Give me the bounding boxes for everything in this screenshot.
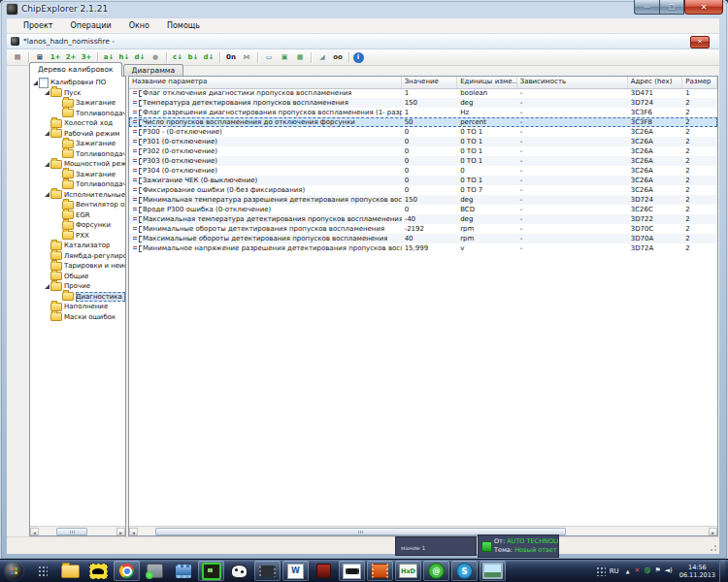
- scrollbar-thumb[interactable]: [56, 528, 87, 535]
- taskbar-start-button[interactable]: [1, 561, 27, 581]
- tray-volume-icon[interactable]: ◄): [665, 561, 673, 581]
- tree-item[interactable]: Лямбда-регулирование: [30, 251, 125, 262]
- scroll-right-arrow[interactable]: ▸: [709, 528, 717, 535]
- table-row[interactable]: P301 (0-отключение)00 TO 1-3C26A2: [129, 137, 717, 146]
- column-header[interactable]: Название параметра: [129, 77, 402, 88]
- taskbar-chip-tool-green-button[interactable]: [142, 561, 168, 581]
- maximize-button[interactable]: ▢: [659, 0, 684, 15]
- expand-arrow-icon[interactable]: [45, 284, 50, 289]
- tree-item[interactable]: Холостой ход: [30, 118, 125, 129]
- tree-item[interactable]: Катализатор: [30, 241, 125, 251]
- table-row[interactable]: Минимальная температура разрешения детек…: [129, 195, 717, 205]
- table-row[interactable]: P302 (0-отключение)00 TO 1-3C26A2: [129, 146, 717, 156]
- menu-operations[interactable]: Операции: [61, 19, 119, 32]
- menu-project[interactable]: Проект: [15, 19, 61, 32]
- close-button[interactable]: ✕: [684, 0, 723, 15]
- taskbar-chip-tool-framed-button[interactable]: [198, 561, 224, 581]
- taskbar-icq-button[interactable]: @: [423, 561, 449, 581]
- minimize-button[interactable]: —: [634, 0, 659, 15]
- column-header[interactable]: Зависимость: [517, 77, 628, 88]
- forum-notification-popup[interactable]: От: AUTO TECHNOLOG Тема: Новый ответ в Т: [478, 534, 559, 558]
- chart-icon[interactable]: ◢: [315, 51, 330, 64]
- tree-item[interactable]: Исполнительные механизмы: [30, 190, 125, 201]
- save-icon[interactable]: ▤: [11, 51, 25, 64]
- taskbar-chip-tool-orange-button[interactable]: [367, 561, 393, 581]
- tree-item[interactable]: Мощностной режим: [30, 159, 125, 170]
- export-c8-icon[interactable]: c↓: [171, 51, 185, 64]
- table-row[interactable]: Зажигание ЧЕК (0-выключение)00 TO 1-3C26…: [129, 176, 717, 185]
- taskbar-red-tool-button[interactable]: [311, 561, 337, 581]
- taskbar-pinned-grip[interactable]: [29, 561, 55, 581]
- expand-arrow-icon[interactable]: [45, 90, 50, 95]
- taskbar-chip-tool-blue-button[interactable]: [170, 561, 196, 581]
- document-close-button[interactable]: ✕: [690, 36, 710, 48]
- column-header[interactable]: Единицы изме...: [457, 77, 517, 88]
- language-indicator[interactable]: RU: [610, 567, 619, 575]
- tree-horizontal-scrollbar[interactable]: ◂ ▸: [30, 526, 125, 535]
- tree-item[interactable]: Зажигание: [30, 170, 125, 180]
- tree-item[interactable]: Зажигание: [30, 139, 125, 149]
- taskbar-gamepad-tool-button[interactable]: [226, 561, 252, 581]
- menu-window[interactable]: Окно: [120, 19, 158, 32]
- compare-icon[interactable]: ⋈: [240, 51, 254, 64]
- document-title-bar[interactable]: *lanos_hadn_nomissfire - ✕: [7, 34, 719, 49]
- hand-icon[interactable]: ●: [149, 51, 163, 64]
- table-row[interactable]: Минимальные обороты детектирования пропу…: [129, 224, 717, 234]
- tree-item[interactable]: Зажигание: [30, 98, 125, 109]
- tree-item[interactable]: Вентилятор охлаждения: [30, 200, 125, 210]
- export-bin-icon[interactable]: b↓: [186, 51, 201, 64]
- tree-item[interactable]: Форсунки: [30, 220, 125, 231]
- taskbar-ic-editor-button[interactable]: [339, 561, 365, 581]
- notification-fragment[interactable]: мание 1: [395, 536, 477, 556]
- window-cascade-icon[interactable]: ▣: [278, 51, 292, 64]
- tree-item[interactable]: Наполнение: [30, 302, 125, 312]
- taskbar-word-button[interactable]: W: [282, 561, 309, 581]
- table-row[interactable]: Флаг отключения диагностики пропусков во…: [129, 88, 717, 98]
- tab-calibration-tree[interactable]: Дерево калибровок: [29, 62, 122, 77]
- text-mode-icon[interactable]: 0n: [224, 51, 239, 64]
- tray-grip[interactable]: [596, 566, 606, 576]
- tree-item[interactable]: Диагностика пропусков: [30, 292, 125, 303]
- table-row[interactable]: P303 (0-отключение)00 TO 1-3C26A2: [129, 156, 717, 166]
- column-header[interactable]: Адрес (hex): [628, 77, 683, 88]
- expand-arrow-icon[interactable]: [45, 192, 50, 197]
- table-row[interactable]: Минимальное напряжение разрешения детект…: [129, 243, 717, 253]
- table-row[interactable]: P300 - (0-отключение)00 TO 1-3C26A2: [129, 127, 717, 137]
- tree-item[interactable]: Маски ошибок: [30, 312, 125, 323]
- taskbar-clock[interactable]: 14:56 06.11.2013: [679, 564, 715, 579]
- scroll-right-arrow[interactable]: ▸: [116, 528, 125, 535]
- table-row[interactable]: Температура детектирования пропусков вос…: [129, 98, 717, 108]
- tree-item[interactable]: Топливоподача: [30, 149, 125, 160]
- table-row[interactable]: Максимальные обороты детектирования проп…: [129, 234, 717, 243]
- table-row[interactable]: Флаг разрешения диагностирования пропуск…: [129, 108, 717, 117]
- tree-item[interactable]: Тарировки и неисправности: [30, 261, 125, 272]
- expand-arrow-icon[interactable]: [45, 162, 50, 167]
- tree-item[interactable]: Рабочий режим: [30, 129, 125, 140]
- table-row[interactable]: Фиксирование ошибки (0-без фиксирования)…: [129, 185, 717, 195]
- import-dec-icon[interactable]: d↓: [133, 51, 148, 64]
- expand-arrow-icon[interactable]: [45, 131, 50, 136]
- table-row[interactable]: Максимальная температура детектирования …: [129, 214, 717, 224]
- table-row[interactable]: Число пропусков воспламенения до отключе…: [129, 117, 717, 127]
- window-new-icon[interactable]: ▭: [262, 51, 277, 64]
- window-tile-icon[interactable]: ▦: [293, 51, 308, 64]
- tree-item[interactable]: Прочие: [30, 281, 125, 292]
- tree-item[interactable]: Топливоподача: [30, 109, 125, 119]
- expand-arrow-icon[interactable]: [33, 81, 38, 85]
- binoculars-icon[interactable]: oo: [331, 51, 346, 64]
- tray-error-icon[interactable]: ✕: [635, 561, 641, 581]
- table-horizontal-scrollbar[interactable]: ◂ ▸: [129, 526, 717, 535]
- tray-flag-icon[interactable]: ⚑: [654, 561, 660, 581]
- tree-item[interactable]: РХХ: [30, 231, 125, 242]
- tree-item[interactable]: EGR: [30, 210, 125, 221]
- tree-item[interactable]: Топливоподача: [30, 179, 125, 190]
- taskbar-hxd-editor-button[interactable]: HxD: [395, 561, 421, 581]
- taskbar-skype-button[interactable]: S: [451, 561, 478, 581]
- show-desktop-button[interactable]: [719, 560, 725, 582]
- taskbar-batman-app-button[interactable]: [85, 561, 112, 581]
- export-dec-icon[interactable]: d↓: [202, 51, 216, 64]
- column-header[interactable]: Размер: [682, 77, 717, 88]
- tree-item[interactable]: Пуск: [30, 88, 125, 99]
- table-row[interactable]: P304 (0-отключение)00-3C26A2: [129, 166, 717, 176]
- taskbar-chrome-button[interactable]: [114, 561, 140, 581]
